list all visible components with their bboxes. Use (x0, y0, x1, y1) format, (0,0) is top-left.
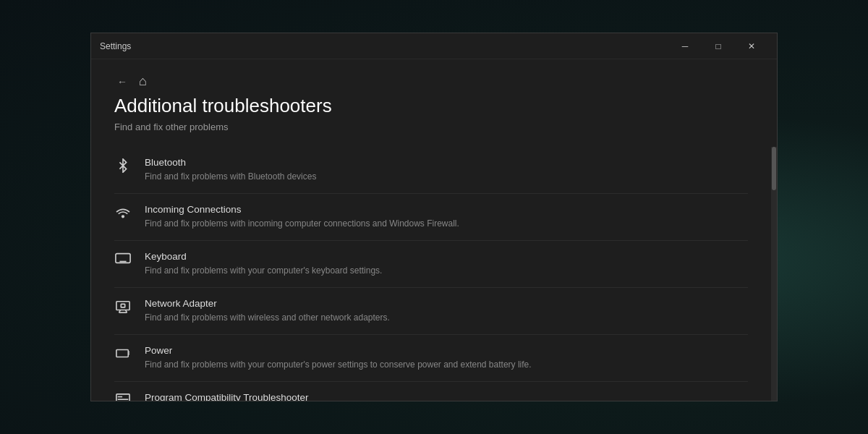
bluetooth-icon (114, 158, 132, 173)
page-title-text: Additional troubleshooters (114, 95, 332, 117)
list-item[interactable]: Bluetooth Find and fix problems with Blu… (114, 147, 748, 194)
close-button[interactable]: ✕ (735, 33, 768, 59)
item-name-network: Network Adapter (145, 298, 748, 309)
scrollbar-thumb[interactable] (772, 147, 776, 190)
settings-window: Settings ─ □ ✕ ← ⌂ Additional troublesho… (90, 33, 778, 401)
list-container: Bluetooth Find and fix problems with Blu… (91, 147, 777, 401)
item-desc-power: Find and fix problems with your computer… (145, 358, 748, 371)
svg-rect-20 (116, 349, 128, 357)
header-section: ← ⌂ Additional troubleshooters Find and … (91, 59, 777, 147)
list-item[interactable]: Power Find and fix problems with your co… (114, 335, 748, 382)
back-button[interactable]: ← (114, 75, 130, 89)
minimize-button[interactable]: ─ (668, 33, 702, 59)
svg-point-0 (122, 216, 124, 218)
svg-rect-15 (116, 302, 129, 310)
list-item[interactable]: Keyboard Find and fix problems with your… (114, 241, 748, 288)
item-text-network: Network Adapter Find and fix problems wi… (145, 298, 748, 324)
item-name-power: Power (145, 345, 748, 356)
program-compat-icon (114, 393, 132, 401)
item-desc-bluetooth: Find and fix problems with Bluetooth dev… (145, 170, 748, 183)
content-area: ← ⌂ Additional troubleshooters Find and … (91, 59, 777, 401)
power-icon (114, 346, 132, 359)
item-desc-keyboard: Find and fix problems with your computer… (145, 264, 748, 277)
subtitle: Find and fix other problems (114, 122, 754, 132)
list-item[interactable]: Incoming Connections Find and fix proble… (114, 194, 748, 241)
maximize-button[interactable]: □ (702, 33, 735, 59)
scrollbar-track[interactable] (771, 147, 777, 401)
incoming-connections-icon (114, 205, 132, 218)
window-title: Settings (100, 41, 668, 51)
window-controls: ─ □ ✕ (668, 33, 768, 59)
item-text-incoming: Incoming Connections Find and fix proble… (145, 204, 748, 230)
page-title: Additional troubleshooters (114, 95, 754, 117)
item-desc-network: Find and fix problems with wireless and … (145, 311, 748, 324)
item-desc-incoming: Find and fix problems with incoming comp… (145, 217, 748, 230)
svg-rect-19 (121, 304, 124, 307)
item-text-program: Program Compatibility Troubleshooter Fin… (145, 392, 748, 401)
item-name-keyboard: Keyboard (145, 251, 748, 262)
troubleshooter-list[interactable]: Bluetooth Find and fix problems with Blu… (91, 147, 771, 401)
home-icon: ⌂ (139, 74, 147, 89)
list-item[interactable]: Program Compatibility Troubleshooter Fin… (114, 382, 748, 401)
item-name-bluetooth: Bluetooth (145, 157, 748, 168)
item-text-bluetooth: Bluetooth Find and fix problems with Blu… (145, 157, 748, 183)
breadcrumb: ← ⌂ (114, 74, 754, 89)
title-bar: Settings ─ □ ✕ (91, 33, 777, 59)
item-text-keyboard: Keyboard Find and fix problems with your… (145, 251, 748, 277)
keyboard-icon (114, 252, 132, 264)
item-name-program: Program Compatibility Troubleshooter (145, 392, 748, 401)
network-adapter-icon (114, 299, 132, 314)
item-text-power: Power Find and fix problems with your co… (145, 345, 748, 371)
item-name-incoming: Incoming Connections (145, 204, 748, 215)
list-item[interactable]: Network Adapter Find and fix problems wi… (114, 288, 748, 335)
